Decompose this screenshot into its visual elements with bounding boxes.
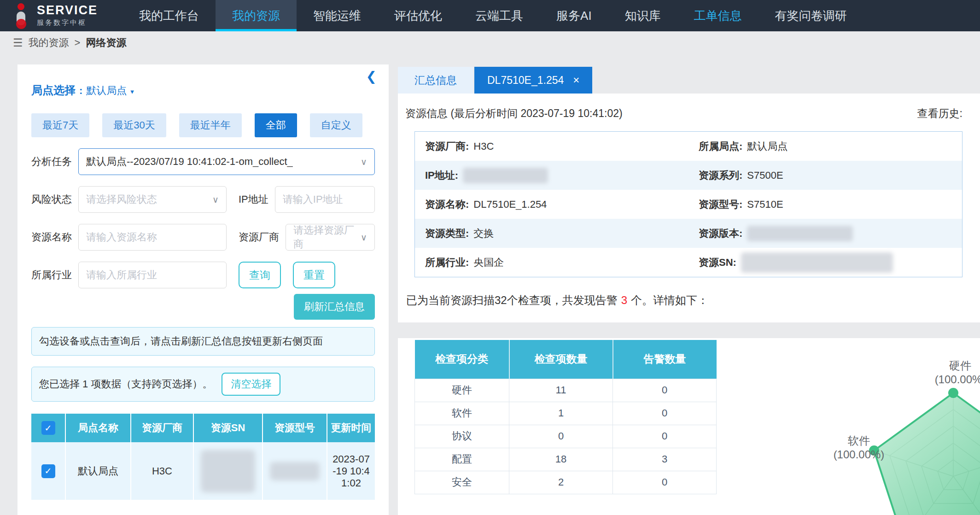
filter-panel: ❮ 局点选择 : 默认局点 ▾ 最近7天 最近30天 最近半年 全部 自定义 分… xyxy=(18,64,389,515)
risk-status-select[interactable]: 请选择风险状态 ∨ xyxy=(78,186,227,213)
risk-status-label: 风险状态 xyxy=(31,193,78,206)
device-table-header-sn: 资源SN xyxy=(193,414,262,442)
close-icon[interactable]: × xyxy=(573,74,579,87)
nav-item-work-orders[interactable]: 工单信息 xyxy=(677,0,758,31)
brand-logo: SERVICE 服务数字中枢 xyxy=(14,0,98,31)
breadcrumb-parent[interactable]: 我的资源 xyxy=(29,36,69,50)
ip-input[interactable] xyxy=(275,186,375,213)
site-selection-label: 局点选择 xyxy=(31,83,76,98)
alert-count: 3 xyxy=(621,294,627,306)
breadcrumb: ☰ 我的资源 > 网络资源 xyxy=(0,31,980,54)
resource-info-row: 资源厂商:H3C 所属局点:默认局点 xyxy=(415,132,962,161)
refresh-tip-box: 勾选设备或点击查询后，请点击刷新汇总信息按钮更新右侧页面 xyxy=(31,327,375,356)
breadcrumb-separator: > xyxy=(75,37,81,49)
redacted-version-value xyxy=(747,226,853,241)
resource-info-card: 资源信息 (最后分析时间 2023-07-19 10:41:02) 查看历史: … xyxy=(398,94,980,322)
chevron-down-icon: ∨ xyxy=(356,232,367,243)
detail-tabs: 汇总信息 DL7510E_1.254 × xyxy=(398,67,980,94)
site-selection-row: 局点选择 : 默认局点 ▾ xyxy=(31,83,375,98)
device-table-row: ✓ 默认局点 H3C 2023-07-19 10:41:02 xyxy=(31,442,375,500)
caret-down-icon[interactable]: ▾ xyxy=(130,88,134,96)
chevron-down-icon: ∨ xyxy=(208,194,219,205)
device-table: ✓ 局点名称 资源厂商 资源SN 资源型号 更新时间 ✓ 默认局点 H3C 20… xyxy=(31,414,375,500)
time-button-half-year[interactable]: 最近半年 xyxy=(179,113,242,137)
ip-label: IP地址 xyxy=(239,193,268,206)
vendor-select[interactable]: 请选择资源厂商 ∨ xyxy=(286,224,375,251)
resource-name-input[interactable] xyxy=(78,224,227,251)
device-model-cell-redacted xyxy=(262,442,327,500)
resource-info-row: 所属行业:央国企 资源SN: xyxy=(415,248,962,277)
selection-summary-box: 您已选择 1 项数据（支持跨页选择）。 清空选择 xyxy=(31,367,375,402)
device-site-cell: 默认局点 xyxy=(65,442,131,500)
view-history-link[interactable]: 查看历史: xyxy=(917,106,962,121)
tab-summary-info[interactable]: 汇总信息 xyxy=(398,67,473,94)
analysis-task-label: 分析任务 xyxy=(31,155,78,169)
select-all-checkbox[interactable]: ✓ xyxy=(41,421,55,435)
nav-item-my-resources[interactable]: 我的资源 xyxy=(216,0,297,31)
breadcrumb-current: 网络资源 xyxy=(86,36,126,50)
radar-axis-label-hardware: 硬件 (100.00%) xyxy=(914,359,980,386)
brand-name: SERVICE xyxy=(37,4,98,17)
device-table-header-vendor: 资源厂商 xyxy=(131,414,193,442)
resource-info-row: 资源名称:DL7510E_1.254 资源型号:S7510E xyxy=(415,190,962,219)
nav-item-cloud-tools[interactable]: 云端工具 xyxy=(459,0,540,31)
analysis-task-select[interactable]: 默认局点--2023/07/19 10:41:02-1-om_collect_ … xyxy=(78,148,375,175)
device-sn-cell-redacted xyxy=(193,442,262,500)
check-table-row: 硬件 11 0 xyxy=(415,379,717,402)
radar-axis-label-software: 软件 (100.00%) xyxy=(820,434,898,462)
menu-icon[interactable]: ☰ xyxy=(13,36,23,49)
time-button-custom[interactable]: 自定义 xyxy=(310,113,362,137)
brand-logo-icon xyxy=(14,2,30,29)
clear-selection-button[interactable]: 清空选择 xyxy=(222,373,280,396)
resource-info-title: 资源信息 (最后分析时间 2023-07-19 10:41:02) xyxy=(405,106,623,121)
section-gap xyxy=(398,322,980,338)
industry-label: 所属行业 xyxy=(31,268,78,282)
selection-summary-text: 您已选择 1 项数据（支持跨页选择）。 xyxy=(39,377,212,391)
redacted-ip-value xyxy=(463,168,548,183)
nav-item-knowledge-base[interactable]: 知识库 xyxy=(608,0,677,31)
check-items-table: 检查项分类 检查项数量 告警数量 硬件 11 0 软件 1 0 协议 xyxy=(414,340,717,494)
refresh-summary-button[interactable]: 刷新汇总信息 xyxy=(294,294,375,320)
nav-item-intelligent-ops[interactable]: 智能运维 xyxy=(297,0,378,31)
nav-item-evaluation[interactable]: 评估优化 xyxy=(378,0,459,31)
detail-region: 汇总信息 DL7510E_1.254 × 资源信息 (最后分析时间 2023-0… xyxy=(398,67,980,515)
device-table-header-row: ✓ 局点名称 资源厂商 资源SN 资源型号 更新时间 xyxy=(31,414,375,442)
scan-summary: 已为当前资源扫描32个检查项，共发现告警3个。详情如下： xyxy=(406,293,962,307)
chevron-down-icon: ∨ xyxy=(356,157,367,167)
check-table-row: 安全 2 0 xyxy=(415,471,717,494)
time-button-7days[interactable]: 最近7天 xyxy=(31,113,89,137)
check-table-row: 软件 1 0 xyxy=(415,402,717,425)
time-range-buttons: 最近7天 最近30天 最近半年 全部 自定义 xyxy=(31,113,375,137)
row-checkbox[interactable]: ✓ xyxy=(41,464,55,478)
device-vendor-cell: H3C xyxy=(131,442,193,500)
site-selection-value[interactable]: 默认局点 xyxy=(86,84,127,98)
resource-name-label: 资源名称 xyxy=(31,230,78,244)
nav-item-service-ai[interactable]: 服务AI xyxy=(540,0,608,31)
tab-device-detail[interactable]: DL7510E_1.254 × xyxy=(474,67,592,94)
check-table-header-row: 检查项分类 检查项数量 告警数量 xyxy=(415,340,717,379)
reset-button[interactable]: 重置 xyxy=(293,262,335,288)
check-table-row: 协议 0 0 xyxy=(415,425,717,448)
top-navigation: SERVICE 服务数字中枢 我的工作台 我的资源 智能运维 评估优化 云端工具… xyxy=(0,0,980,31)
check-table-row: 配置 18 3 xyxy=(415,448,717,471)
resource-info-row: 资源类型:交换 资源版本: xyxy=(415,219,962,248)
check-items-card: 检查项分类 检查项数量 告警数量 硬件 11 0 软件 1 0 协议 xyxy=(398,338,980,515)
redacted-sn-value xyxy=(741,252,893,273)
resource-info-row: IP地址: 资源系列:S7500E xyxy=(415,161,962,190)
collapse-panel-icon[interactable]: ❮ xyxy=(366,70,377,83)
query-button[interactable]: 查询 xyxy=(239,262,281,288)
vendor-label: 资源厂商 xyxy=(239,230,279,244)
brand-subtitle: 服务数字中枢 xyxy=(37,18,98,27)
nav-item-survey[interactable]: 有奖问卷调研 xyxy=(758,0,863,31)
resource-info-table: 资源厂商:H3C 所属局点:默认局点 IP地址: 资源系列:S7500E 资源名… xyxy=(414,131,962,277)
device-updated-cell: 2023-07-19 10:41:02 xyxy=(327,442,375,500)
device-table-header-updated: 更新时间 xyxy=(327,414,375,442)
nav-item-workbench[interactable]: 我的工作台 xyxy=(122,0,216,31)
time-button-all[interactable]: 全部 xyxy=(255,113,297,137)
device-table-header-site: 局点名称 xyxy=(65,414,131,442)
time-button-30days[interactable]: 最近30天 xyxy=(102,113,166,137)
device-table-header-model: 资源型号 xyxy=(262,414,327,442)
industry-input[interactable] xyxy=(78,262,227,288)
